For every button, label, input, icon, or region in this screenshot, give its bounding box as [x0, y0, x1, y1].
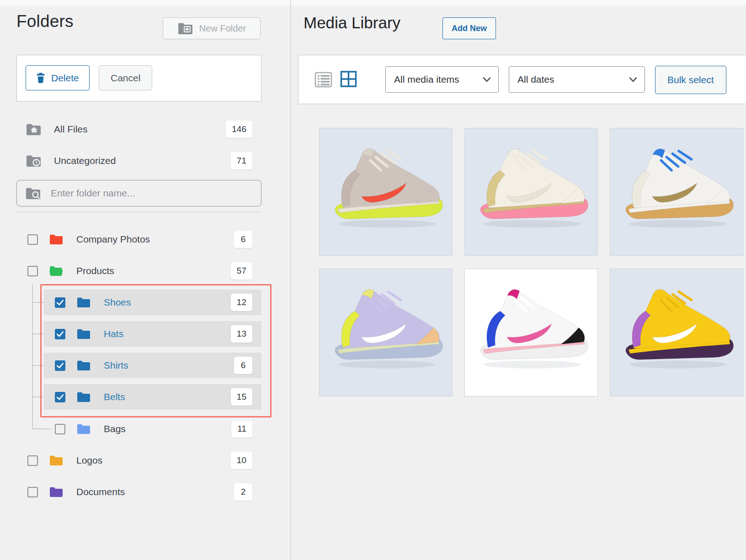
folder-count-badge: 2 — [234, 483, 252, 501]
folder-count-badge: 11 — [231, 420, 252, 438]
media-item[interactable] — [464, 269, 598, 396]
folder-search-input[interactable] — [50, 187, 234, 199]
folder-label: Products — [76, 265, 114, 276]
folder-count-badge: 13 — [231, 325, 252, 343]
media-type-filter[interactable]: All media items — [385, 66, 499, 93]
chevron-down-icon — [483, 77, 491, 82]
new-folder-button[interactable]: New Folder — [163, 17, 261, 39]
media-item[interactable] — [319, 128, 453, 256]
folder-plus-icon — [177, 21, 194, 35]
folder-count-badge: 12 — [231, 294, 252, 311]
media-library-title: Media Library — [304, 14, 400, 32]
cancel-button[interactable]: Cancel — [99, 65, 152, 90]
folder-label: Belts — [104, 391, 125, 402]
folder-count-badge: 6 — [234, 357, 252, 374]
folder-icon — [76, 296, 91, 308]
folder-search-box — [16, 180, 261, 206]
delete-label: Delete — [51, 73, 79, 84]
media-item[interactable] — [464, 128, 598, 256]
media-item[interactable] — [610, 269, 743, 396]
folder-row-company-photos[interactable]: Company Photos 6 — [16, 227, 261, 252]
folder-count-badge: 57 — [231, 262, 252, 280]
folder-checkbox-checked[interactable] — [55, 392, 65, 402]
media-toolbar: All media items All dates Bulk select — [298, 55, 746, 104]
folder-checkbox[interactable] — [27, 266, 38, 276]
check-icon — [56, 360, 64, 371]
media-type-filter-value: All media items — [394, 74, 459, 85]
folder-label: Documents — [76, 486, 125, 497]
shoe-image — [610, 269, 743, 396]
folder-row-products[interactable]: Products 57 — [16, 258, 261, 284]
folder-row-documents[interactable]: Documents 2 — [16, 479, 261, 505]
bulk-actions-box: Delete Cancel — [16, 55, 261, 101]
cancel-label: Cancel — [111, 73, 140, 84]
shoe-image — [465, 128, 597, 255]
folder-checkbox[interactable] — [55, 424, 65, 434]
add-new-button[interactable]: Add New — [442, 17, 496, 39]
trash-icon — [36, 73, 45, 83]
check-icon — [56, 329, 64, 339]
panel-divider — [290, 0, 291, 560]
shoe-image — [465, 269, 597, 396]
folder-icon — [76, 359, 91, 371]
folder-icon — [76, 423, 91, 435]
grid-view-icon[interactable] — [339, 69, 358, 89]
date-filter[interactable]: All dates — [509, 66, 645, 93]
check-icon — [56, 297, 64, 308]
folder-row-shoes[interactable]: Shoes 12 — [44, 290, 261, 315]
folder-checkbox[interactable] — [27, 234, 38, 245]
all-files-row[interactable]: All Files 146 — [16, 118, 261, 141]
list-view-icon[interactable] — [314, 70, 333, 89]
folder-checkbox-checked[interactable] — [55, 297, 65, 308]
tree-line — [32, 284, 33, 429]
delete-button[interactable]: Delete — [26, 65, 90, 90]
top-edge-strip — [0, 0, 746, 5]
uncategorized-row[interactable]: Uncategorized 71 — [16, 149, 261, 172]
folder-label: Shirts — [104, 360, 128, 371]
bulk-select-button[interactable]: Bulk select — [655, 66, 726, 94]
folder-row-hats[interactable]: Hats 13 — [44, 321, 261, 347]
folder-label: Logos — [76, 455, 102, 466]
tree-line — [32, 365, 44, 366]
media-library-page: Folders New Folder Delete Cancel All Fil… — [0, 0, 746, 560]
uncategorized-count-badge: 71 — [231, 152, 252, 169]
folder-row-bags[interactable]: Bags 11 — [44, 416, 261, 442]
folder-row-belts[interactable]: Belts 15 — [44, 384, 261, 410]
shoe-image — [610, 128, 743, 255]
tree-line — [32, 396, 44, 397]
folder-count-badge: 6 — [234, 231, 252, 248]
folder-count-badge: 15 — [231, 388, 252, 406]
folder-alert-icon — [26, 154, 42, 168]
folder-checkbox[interactable] — [27, 455, 38, 466]
folder-label: Shoes — [104, 297, 131, 308]
folder-checkbox-checked[interactable] — [55, 360, 65, 371]
folder-label: Bags — [104, 423, 126, 434]
folder-icon — [49, 454, 64, 466]
folder-count-badge: 10 — [231, 452, 252, 469]
tree-line — [32, 333, 44, 334]
all-files-count-badge: 146 — [226, 121, 252, 138]
folder-home-icon — [26, 122, 42, 136]
shoe-image — [320, 269, 452, 396]
folder-search-icon — [25, 186, 42, 200]
folder-checkbox[interactable] — [27, 487, 38, 497]
folders-title: Folders — [16, 12, 74, 31]
media-item[interactable] — [319, 269, 453, 396]
tree-line — [32, 302, 44, 303]
folder-icon — [49, 233, 64, 245]
folder-icon — [76, 391, 91, 403]
check-icon — [56, 392, 64, 402]
media-item[interactable] — [610, 128, 743, 256]
all-files-label: All Files — [54, 124, 88, 135]
open-folder-icon — [49, 265, 64, 277]
folder-checkbox-checked[interactable] — [55, 329, 65, 339]
folder-icon — [76, 328, 91, 340]
folder-row-logos[interactable]: Logos 10 — [16, 448, 261, 473]
folder-row-shirts[interactable]: Shirts 6 — [44, 353, 261, 378]
folder-icon — [49, 486, 64, 498]
uncategorized-label: Uncategorized — [54, 155, 116, 166]
chevron-down-icon — [629, 77, 637, 82]
new-folder-label: New Folder — [199, 23, 246, 34]
date-filter-value: All dates — [517, 74, 554, 85]
shoe-image — [320, 128, 452, 255]
